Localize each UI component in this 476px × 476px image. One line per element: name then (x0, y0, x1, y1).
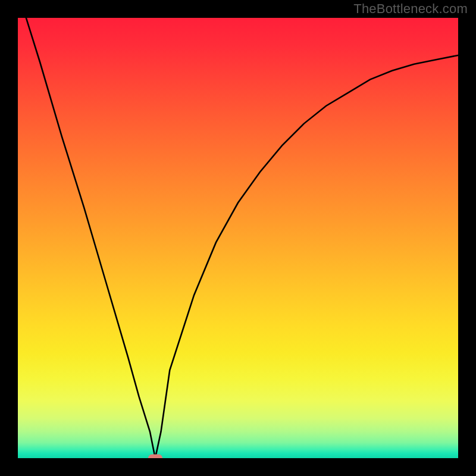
plot-area (18, 18, 458, 458)
curve-svg (18, 18, 458, 458)
watermark-text: TheBottleneck.com (353, 1, 468, 17)
bottleneck-curve (18, 18, 458, 458)
min-marker (148, 455, 162, 459)
chart-frame: TheBottleneck.com (0, 0, 476, 476)
